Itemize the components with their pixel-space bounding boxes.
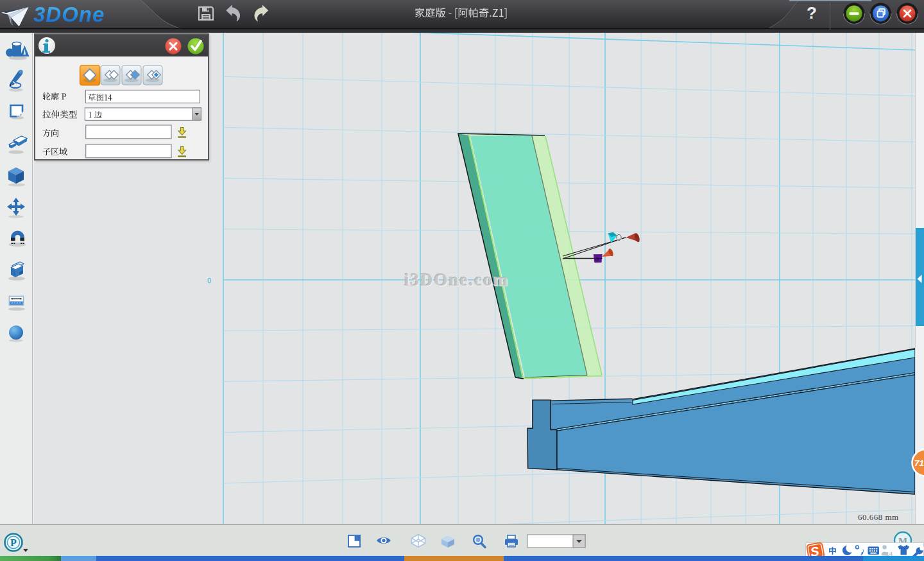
svg-text:P: P [10,537,17,548]
svg-text:71: 71 [914,458,924,468]
